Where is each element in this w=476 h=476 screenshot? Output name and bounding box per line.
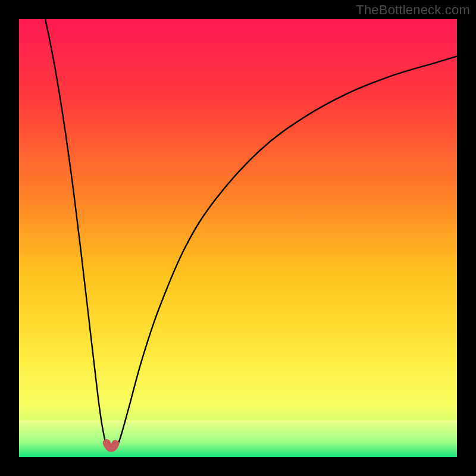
optimum-marker: [107, 443, 115, 448]
curve-layer: [19, 19, 457, 457]
plot-area: [19, 19, 457, 457]
outer-frame: TheBottleneck.com: [0, 0, 476, 476]
bottleneck-curve: [45, 19, 457, 450]
watermark-text: TheBottleneck.com: [356, 2, 470, 18]
